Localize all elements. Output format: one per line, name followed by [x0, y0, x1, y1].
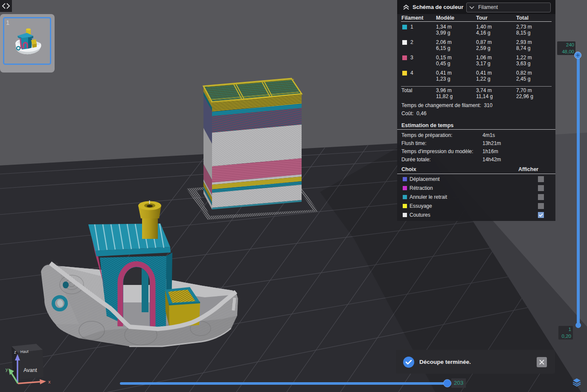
- svg-text:y: y: [6, 367, 8, 372]
- svg-text:x: x: [48, 379, 51, 384]
- svg-text:Avant: Avant: [23, 367, 37, 373]
- svg-text:z: z: [14, 350, 16, 354]
- svg-text:Haut: Haut: [20, 349, 29, 354]
